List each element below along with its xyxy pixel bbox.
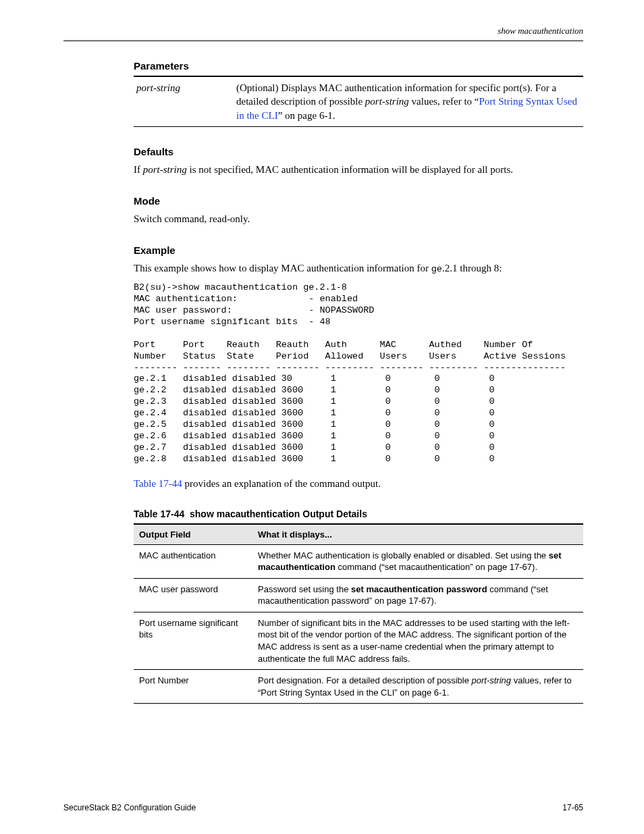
parameters-table: port-string (Optional) Displays MAC auth…: [134, 76, 583, 127]
text: .2.1 through 8:: [442, 263, 502, 273]
param-name: port-string: [134, 76, 234, 126]
output-field: Port username significant bits: [134, 612, 252, 669]
output-desc: Port designation. For a detailed descrip…: [252, 670, 583, 704]
running-head: show macauthentication: [63, 26, 583, 36]
text-bold: set macauthentication password: [351, 584, 487, 594]
output-field: MAC user password: [134, 578, 252, 612]
defaults-text: If port-string is not specified, MAC aut…: [134, 163, 583, 176]
col-header-field: Output Field: [134, 524, 252, 545]
table-ref-link[interactable]: Table 17-44: [134, 478, 182, 489]
heading-defaults: Defaults: [134, 146, 583, 157]
output-field: MAC authentication: [134, 544, 252, 578]
table-row: port-string (Optional) Displays MAC auth…: [134, 76, 583, 126]
output-desc: Password set using the set macauthentica…: [252, 578, 583, 612]
footer-left: SecureStack B2 Configuration Guide: [63, 803, 196, 812]
text: Port designation. For a detailed descrip…: [258, 675, 472, 685]
caption-label: Table 17-44: [134, 509, 184, 519]
output-desc: Number of significant bits in the MAC ad…: [252, 612, 583, 669]
cli-output: B2(su)->show macauthentication ge.2.1-8 …: [134, 282, 583, 465]
text-italic: port-string: [365, 96, 409, 107]
page-footer: SecureStack B2 Configuration Guide 17-65: [63, 803, 583, 812]
heading-mode: Mode: [134, 195, 583, 207]
text: ” on page 6-1.: [278, 110, 336, 121]
text: provides an explanation of the command o…: [182, 478, 381, 489]
text: If: [134, 164, 143, 175]
text: Whether MAC authentication is globally e…: [258, 550, 549, 561]
col-header-desc: What it displays...: [252, 524, 583, 545]
table-row: MAC authentication Whether MAC authentic…: [134, 544, 583, 578]
text: Password set using the: [258, 584, 351, 594]
example-intro: This example shows how to display MAC au…: [134, 261, 583, 276]
table-row: Port Number Port designation. For a deta…: [134, 670, 583, 704]
text: values, refer to “: [409, 96, 479, 107]
heading-parameters: Parameters: [134, 60, 583, 72]
text-mono: ge: [431, 264, 442, 274]
text: Number of significant bits in the MAC ad…: [258, 618, 570, 664]
output-field: Port Number: [134, 670, 252, 704]
output-desc: Whether MAC authentication is globally e…: [252, 544, 583, 578]
output-details-table: Output Field What it displays... MAC aut…: [134, 523, 583, 704]
footer-right: 17-65: [562, 803, 583, 812]
table-row: Port username significant bits Number of…: [134, 612, 583, 669]
text-italic: port-string: [472, 675, 512, 685]
mode-text: Switch command, read-only.: [134, 212, 583, 226]
param-desc: (Optional) Displays MAC authentication i…: [234, 76, 583, 126]
text: command (“set macauthentication” on page…: [336, 562, 537, 572]
header-rule: [63, 41, 583, 41]
outro-text: Table 17-44 provides an explanation of t…: [134, 477, 583, 490]
heading-example: Example: [134, 244, 583, 256]
text-italic: port-string: [143, 164, 187, 175]
text: This example shows how to display MAC au…: [134, 263, 431, 273]
table-header-row: Output Field What it displays...: [134, 524, 583, 545]
text: is not specified, MAC authentication inf…: [187, 164, 513, 175]
caption-text: show macauthentication Output Details: [190, 509, 367, 519]
table-row: MAC user password Password set using the…: [134, 578, 583, 612]
table-caption: Table 17-44 show macauthentication Outpu…: [134, 509, 583, 519]
